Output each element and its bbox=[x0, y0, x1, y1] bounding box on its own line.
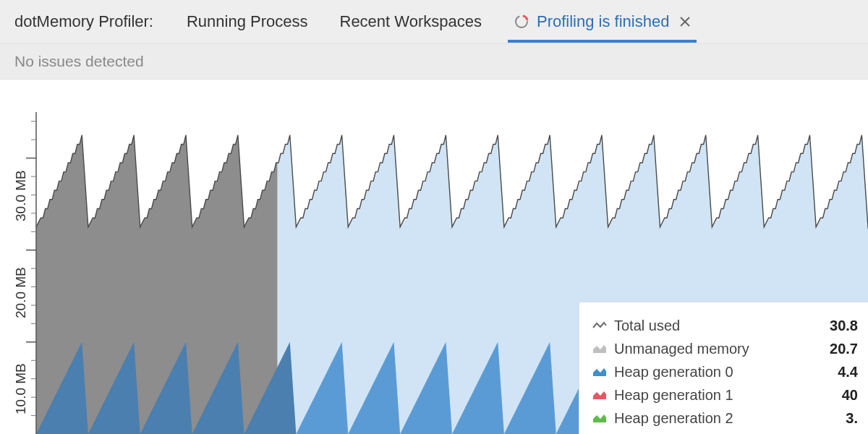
legend-label: Heap generation 1 bbox=[614, 387, 836, 404]
legend-label: Heap generation 0 bbox=[614, 364, 832, 380]
progress-spinner-icon bbox=[514, 14, 529, 30]
legend-value: 20.7 bbox=[824, 341, 858, 357]
tab-recent-workspaces[interactable]: Recent Workspaces bbox=[334, 0, 488, 43]
area-series-icon bbox=[591, 344, 608, 354]
svg-marker-42 bbox=[593, 368, 606, 376]
status-bar: No issues detected bbox=[0, 43, 868, 80]
tab-label: Profiling is finished bbox=[537, 12, 669, 31]
status-text: No issues detected bbox=[14, 53, 144, 70]
svg-marker-41 bbox=[593, 345, 606, 353]
line-series-icon bbox=[591, 320, 608, 331]
y-tick-label: 30.0 MB bbox=[13, 170, 29, 221]
svg-marker-44 bbox=[593, 414, 606, 422]
legend-value: 30.8 bbox=[824, 318, 858, 334]
tab-profiling-finished[interactable]: Profiling is finished bbox=[508, 0, 697, 43]
legend-value: 40 bbox=[836, 387, 858, 404]
tab-bar: dotMemory Profiler: Running Process Rece… bbox=[0, 0, 868, 43]
y-tick-label: 10.0 MB bbox=[13, 363, 29, 414]
area-series-icon bbox=[591, 367, 608, 377]
close-icon[interactable] bbox=[679, 16, 691, 27]
legend-value: 4.4 bbox=[832, 364, 858, 380]
legend-item-heap2[interactable]: Heap generation 2 3. bbox=[591, 407, 858, 430]
memory-timeline-chart[interactable]: 30.0 MB 20.0 MB 10.0 MB Total used 30.8 … bbox=[0, 80, 868, 434]
legend-label: Total used bbox=[614, 318, 824, 334]
svg-marker-43 bbox=[593, 391, 606, 399]
area-series-icon bbox=[591, 413, 608, 423]
legend-label: Unmanaged memory bbox=[614, 341, 824, 357]
legend-value: 3. bbox=[840, 410, 858, 427]
legend-panel: Total used 30.8 Unmanaged memory 20.7 He… bbox=[579, 302, 868, 434]
area-series-icon bbox=[591, 390, 608, 400]
legend-label: Heap generation 2 bbox=[614, 410, 840, 427]
y-tick-label: 20.0 MB bbox=[13, 267, 29, 318]
tab-label: Recent Workspaces bbox=[340, 12, 482, 31]
legend-item-heap1[interactable]: Heap generation 1 40 bbox=[591, 383, 858, 407]
legend-item-unmanaged[interactable]: Unmanaged memory 20.7 bbox=[591, 337, 858, 360]
legend-item-total[interactable]: Total used 30.8 bbox=[591, 314, 858, 337]
legend-item-heap0[interactable]: Heap generation 0 4.4 bbox=[591, 360, 858, 383]
tab-running-process[interactable]: Running Process bbox=[181, 0, 314, 43]
tab-label: Running Process bbox=[187, 12, 308, 31]
app-title: dotMemory Profiler: bbox=[7, 12, 161, 31]
